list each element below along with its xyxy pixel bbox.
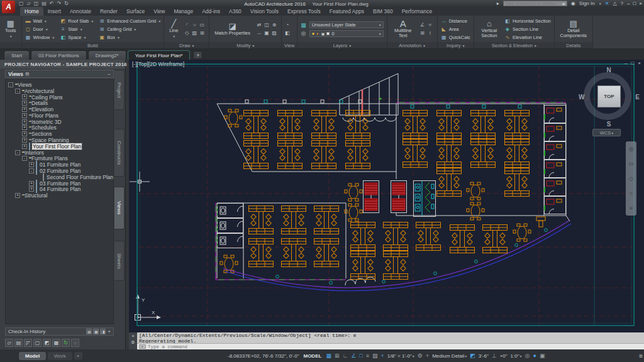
new-drawing-tab-button[interactable]: +: [193, 51, 203, 59]
model-tab[interactable]: Model: [19, 352, 46, 360]
tree-item-01-furniture-plan[interactable]: +01 Furniture Plan: [6, 162, 113, 168]
palette-tab-sheets[interactable]: Sheets: [114, 241, 125, 281]
navigation-bar[interactable]: ◎▭◇○≡: [626, 141, 636, 216]
search-arrow-icon[interactable]: ▸: [497, 1, 499, 6]
expand-icon[interactable]: +: [22, 113, 27, 118]
annotation-tool-3-icon[interactable]: ↕: [429, 30, 431, 36]
area-button[interactable]: ◣Area: [441, 25, 470, 33]
cloud-icon[interactable]: ↻: [64, 1, 69, 7]
expand-icon[interactable]: +: [15, 193, 20, 198]
layer-isolate-icon[interactable]: ◎: [301, 30, 306, 36]
floor-plan-drawing[interactable]: Y X: [129, 60, 644, 332]
wall-button[interactable]: ▬Wall: [25, 17, 55, 25]
annotation-visibility-icon[interactable]: ⚙: [418, 353, 423, 359]
expand-icon[interactable]: +: [22, 119, 27, 124]
draw-tool-1-icon[interactable]: ○: [193, 22, 196, 28]
command-input-row[interactable]: ▸: [137, 343, 644, 349]
quickcalc-button[interactable]: ▦QuickCalc: [441, 33, 470, 41]
enhanced-custom-grid-button[interactable]: ⊞Enhanced Custom Grid: [99, 17, 160, 25]
layer-color-swatch[interactable]: [326, 32, 330, 35]
tree-item-space-planning[interactable]: +Space Planning: [6, 137, 113, 143]
viewcube-top-face[interactable]: TOP: [597, 85, 621, 107]
expand-icon[interactable]: +: [22, 94, 27, 99]
annotation-panel-label[interactable]: Annotation: [387, 42, 437, 48]
viewport-controls-label[interactable]: [-][Top][2D Wireframe]: [132, 61, 184, 67]
wcs-menu[interactable]: WCS: [592, 129, 621, 136]
tree-item-04-furniture-plan[interactable]: +04 Furniture Plan: [6, 187, 113, 193]
file-tab-your-first-floor-plan-[interactable]: Your First Floor Plan*: [128, 50, 191, 60]
layers-panel-label[interactable]: Layers: [297, 42, 387, 48]
modify-tool-2-icon[interactable]: ⊕: [272, 22, 277, 28]
file-tab-drawing2-[interactable]: Drawing2*: [88, 50, 126, 60]
viewcube-west[interactable]: W: [579, 94, 584, 101]
undo-icon[interactable]: ↶: [50, 1, 54, 7]
draw-tool-2-icon[interactable]: ▭: [200, 22, 205, 28]
view-tool-1-icon[interactable]: ◧: [285, 30, 290, 36]
ribbon-tab-insert[interactable]: Insert: [43, 7, 65, 16]
tree-item-architectural[interactable]: -Architectural: [6, 88, 113, 94]
expand-icon[interactable]: -: [15, 150, 20, 155]
minimize-icon[interactable]: –: [627, 1, 630, 6]
layer-lock-icon[interactable]: ▣: [321, 31, 325, 36]
draw-tool-3-icon[interactable]: ◇: [185, 30, 189, 36]
tree-item-elevation[interactable]: +Elevation: [6, 106, 113, 112]
tools-button[interactable]: ▦ Tools: [3, 19, 18, 39]
viewcube-north[interactable]: N: [606, 67, 611, 74]
ribbon-tab-home[interactable]: Home: [20, 7, 43, 16]
draw-tool-0-icon[interactable]: ◜: [186, 22, 188, 28]
expand-icon[interactable]: +: [22, 144, 27, 149]
tree-item-schedules[interactable]: +Schedules: [6, 125, 113, 131]
file-tab-start[interactable]: Start: [4, 50, 30, 60]
expand-icon[interactable]: -: [8, 82, 13, 87]
expand-icon[interactable]: -: [22, 156, 27, 161]
detail-level-control[interactable]: Medium Detail: [432, 353, 467, 359]
clean-screen-icon[interactable]: ▣: [540, 353, 545, 359]
print-icon[interactable]: ▤: [42, 1, 47, 7]
modify-tool-3-icon[interactable]: ↔: [257, 30, 262, 36]
annotation-tool-0-icon[interactable]: ∠: [420, 22, 425, 28]
drawing-scale-control[interactable]: 1:0": [511, 353, 522, 359]
distance-button[interactable]: ↔Distance: [441, 17, 470, 25]
open-folder-icon[interactable]: ▱: [5, 339, 13, 347]
ribbon-tab-manage[interactable]: Manage: [169, 7, 197, 16]
modify-tool-4-icon[interactable]: ▣: [264, 30, 269, 36]
report-icon[interactable]: ▦: [93, 329, 99, 334]
modify-panel-label[interactable]: Modify: [209, 42, 281, 48]
up-level-icon[interactable]: ◸: [24, 339, 32, 347]
search-icon[interactable]: ◨: [100, 329, 106, 334]
expand-icon[interactable]: +: [22, 125, 27, 130]
new-item-icon[interactable]: ▢: [33, 339, 42, 347]
search-input[interactable]: [505, 1, 562, 6]
new-layout-button[interactable]: +: [74, 352, 82, 359]
layer-dropdown[interactable]: ● ◐ ▣ 0: [309, 30, 384, 37]
inquiry-panel-label[interactable]: Inquiry: [438, 42, 474, 48]
customize-command-icon[interactable]: ⚙: [131, 340, 135, 345]
match-properties-button[interactable]: ◪ Match Properties: [213, 22, 252, 36]
horizontal-section-button[interactable]: ◧Horizontal Section: [504, 17, 551, 25]
file-tab-03-floor-partitions[interactable]: 03 Floor Partitions: [31, 50, 87, 60]
full-nav-wheel-icon[interactable]: ◎: [629, 146, 634, 152]
elevation-icon[interactable]: ⊥: [492, 353, 497, 359]
sync-icon[interactable]: ↻: [62, 339, 70, 347]
multiline-text-button[interactable]: A Multiline Text: [391, 19, 416, 38]
layer-freeze-icon[interactable]: ◐: [316, 31, 319, 36]
layer-properties-icon[interactable]: ▦: [301, 22, 306, 28]
help-icon[interactable]: ?: [621, 1, 623, 6]
drawing-canvas[interactable]: [-][Top][2D Wireframe] –□×: [129, 60, 644, 332]
tree-item-furniture-plans[interactable]: -Furniture Plans: [6, 156, 113, 162]
annotation-scale-control[interactable]: 1/8" = 1'-0": [387, 353, 414, 359]
door-button[interactable]: ◻Door: [25, 25, 55, 33]
tree-item-structural[interactable]: +Structural: [6, 192, 113, 199]
tree-item-02-furniture-plan[interactable]: -02 Furniture Plan: [6, 168, 113, 174]
lwt-toggle[interactable]: ≡: [366, 353, 369, 359]
properties-icon[interactable]: ▤: [14, 339, 23, 347]
ceiling-grid-button[interactable]: ⊞Ceiling Grid: [99, 25, 160, 33]
layer-state-dropdown[interactable]: Unsaved Layer State: [309, 21, 384, 28]
ribbon-tab-performance[interactable]: Performance: [397, 7, 437, 16]
viewcube-south[interactable]: S: [607, 121, 611, 128]
expand-icon[interactable]: +: [22, 131, 27, 136]
viewcube[interactable]: N S W E TOP: [580, 67, 637, 126]
pan-icon[interactable]: ▭: [628, 160, 634, 167]
tree-item-views[interactable]: -Views: [6, 82, 113, 88]
build-panel-label[interactable]: Build: [22, 42, 164, 48]
